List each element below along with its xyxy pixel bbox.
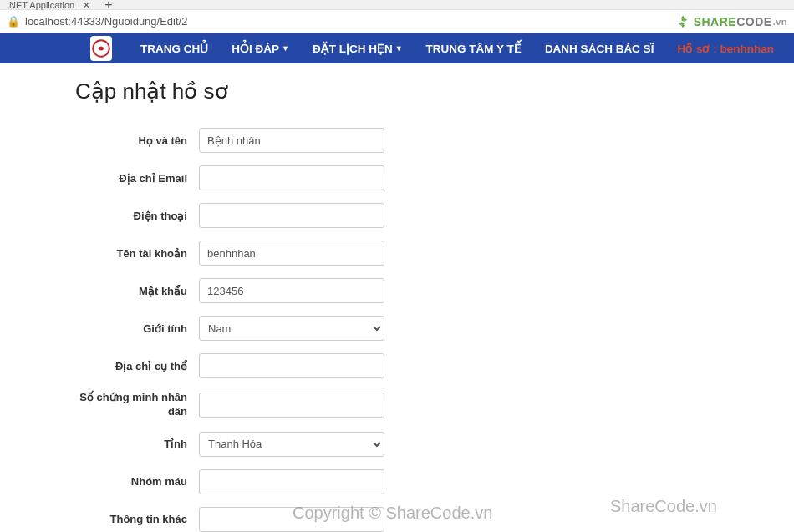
- password-label: Mật khẩu: [75, 285, 199, 297]
- page-title: Cập nhật hồ sơ: [75, 79, 794, 104]
- phone-label: Điện thoại: [75, 210, 199, 222]
- phone-input[interactable]: [199, 203, 384, 228]
- email-input[interactable]: [199, 165, 384, 190]
- address-input[interactable]: [199, 353, 384, 378]
- province-label: Tỉnh: [75, 438, 199, 450]
- address-bar: 🔒 localhost:44333/Nguoidung/Edit/2 SHARE…: [0, 10, 794, 33]
- fullname-label: Họ và tên: [75, 134, 199, 147]
- badge-code: CODE: [736, 15, 771, 28]
- new-tab-icon[interactable]: +: [104, 0, 112, 13]
- address-label: Địa chỉ cụ thể: [75, 360, 199, 372]
- password-input[interactable]: [199, 278, 384, 303]
- nav-medcenter[interactable]: TRUNG TÂM Y TẾ: [415, 42, 533, 55]
- sharecode-badge: SHARECODE.vn: [675, 14, 787, 29]
- recycle-icon: [675, 14, 690, 29]
- main-content: Cập nhật hồ sơ Họ và tên Địa chỉ Email Đ…: [0, 63, 794, 532]
- nav-logout[interactable]: Đăng Xuất: [786, 42, 794, 55]
- chevron-down-icon: ▼: [395, 44, 403, 53]
- close-icon[interactable]: ×: [83, 0, 89, 12]
- email-label: Địa chỉ Email: [75, 172, 199, 185]
- fullname-input[interactable]: [199, 128, 384, 153]
- main-navbar: TRANG CHỦ HỎI ĐÁP▼ ĐẶT LỊCH HẸN ▼ TRUNG …: [0, 33, 794, 63]
- other-label: Thông tin khác: [75, 513, 199, 525]
- badge-vn: .vn: [773, 17, 787, 27]
- idcard-label: Số chứng minh nhân dân: [75, 391, 199, 419]
- nav-profile[interactable]: Hồ sơ : benhnhan: [665, 42, 786, 55]
- other-input[interactable]: [199, 507, 384, 532]
- gender-label: Giới tính: [75, 322, 199, 335]
- idcard-input[interactable]: [199, 393, 384, 418]
- bloodtype-input[interactable]: [199, 469, 384, 494]
- tab-title: .NET Application: [7, 0, 74, 10]
- nav-home[interactable]: TRANG CHỦ: [129, 42, 220, 55]
- bloodtype-label: Nhóm máu: [75, 475, 199, 488]
- username-input[interactable]: [199, 241, 384, 266]
- lock-icon: 🔒: [7, 15, 20, 28]
- chevron-down-icon: ▼: [282, 44, 289, 53]
- province-select[interactable]: Thanh Hóa: [199, 432, 384, 457]
- browser-tab-bar: .NET Application × +: [0, 0, 794, 10]
- site-logo[interactable]: [90, 36, 112, 61]
- nav-doctors[interactable]: DANH SÁCH BÁC SĨ: [533, 43, 666, 55]
- badge-share: SHARE: [694, 15, 737, 28]
- username-label: Tên tài khoản: [75, 247, 199, 260]
- nav-faq[interactable]: HỎI ĐÁP▼: [220, 42, 301, 55]
- url-text[interactable]: localhost:44333/Nguoidung/Edit/2: [25, 15, 675, 28]
- nav-booking[interactable]: ĐẶT LỊCH HẸN ▼: [301, 42, 415, 55]
- gender-select[interactable]: Nam: [199, 316, 384, 341]
